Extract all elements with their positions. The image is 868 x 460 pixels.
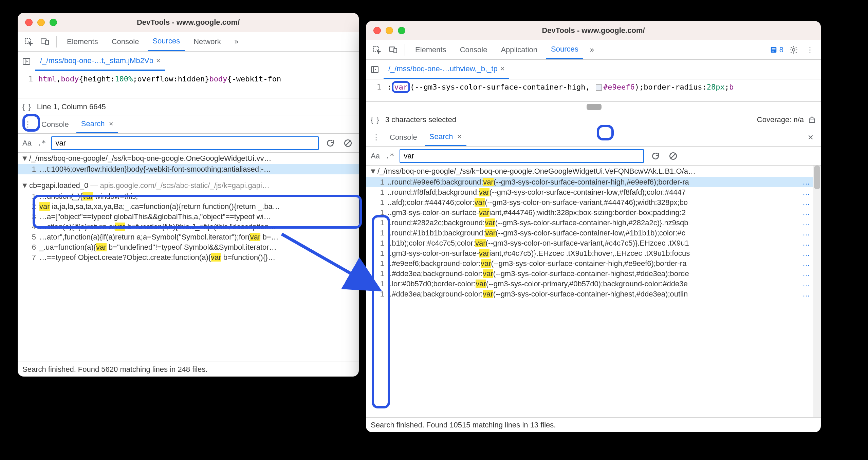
navigator-toggle-icon[interactable] xyxy=(369,63,381,76)
expand-arrow-icon[interactable]: ▼ xyxy=(21,181,27,190)
result-row[interactable]: 1..#dde3ea;background-color:var(--gm3-sy… xyxy=(366,269,813,279)
inspect-icon[interactable] xyxy=(22,36,35,48)
tab-overflow[interactable]: » xyxy=(587,40,597,59)
result-row[interactable]: 1..#e9eef6;background-color:var(--gm3-sy… xyxy=(366,258,813,269)
result-row[interactable]: 1..gm3-sys-color-on-surface-variant,#444… xyxy=(366,208,813,218)
result-row[interactable]: 3…a=["object"==typeof globalThis&&global… xyxy=(18,212,359,222)
code-editor[interactable]: 1 html,body{height:100%;overflow:hidden}… xyxy=(18,71,359,98)
result-row[interactable]: 1..#dde3ea;background-color:var(--gm3-sy… xyxy=(366,289,813,299)
search-input[interactable] xyxy=(51,136,319,150)
coverage-icon[interactable] xyxy=(808,116,816,124)
code-editor[interactable]: 1 :var(--gm3-sys-color-surface-container… xyxy=(366,79,821,102)
drawer-tab-console[interactable]: Console xyxy=(385,128,422,146)
tab-elements[interactable]: Elements xyxy=(62,32,103,51)
search-input[interactable] xyxy=(400,149,644,163)
minimap-thumb[interactable] xyxy=(587,104,602,110)
ellipsis: … xyxy=(802,178,810,187)
search-results[interactable]: ▼ /_/mss/boq-one-google/_/ss/k=boq-one-g… xyxy=(18,153,359,362)
result-row[interactable]: 1..b1b);color:#c4c7c5;color:var(--gm3-sy… xyxy=(366,238,813,248)
result-row[interactable]: 1…unction(_){var window=this; xyxy=(18,191,359,202)
result-row[interactable]: 6_.ua=function(a){var b="undefined"!=typ… xyxy=(18,242,359,252)
scrollbar[interactable] xyxy=(813,166,821,417)
issues-count: 8 xyxy=(779,45,783,54)
tab-sources[interactable]: Sources xyxy=(546,40,583,59)
clear-icon[interactable] xyxy=(667,150,679,162)
device-icon[interactable] xyxy=(39,36,51,48)
file-path: /_/mss/boq-one-google/_/ss/k=boq-one-goo… xyxy=(377,167,696,176)
braces-icon[interactable]: { } xyxy=(22,102,32,111)
tab-sources[interactable]: Sources xyxy=(148,32,185,51)
drawer-menu-icon[interactable]: ⋮ xyxy=(22,118,34,131)
drawer-tab-search[interactable]: Search × xyxy=(76,115,118,133)
result-row[interactable]: 7…==typeof Object.create?Object.create:f… xyxy=(18,252,359,263)
regex-toggle[interactable]: .* xyxy=(37,139,46,147)
result-row[interactable]: 1..gm3-sys-color-on-surface-variant,#c4c… xyxy=(366,248,813,258)
tab-application[interactable]: Application xyxy=(496,40,542,59)
result-row[interactable]: 1..round:#f8fafd;background:var(--gm3-sy… xyxy=(366,187,813,197)
result-row[interactable]: 1..round:#282a2c;background:var(--gm3-sy… xyxy=(366,218,813,228)
close-drawer-icon[interactable]: × xyxy=(805,131,817,143)
close-icon[interactable]: × xyxy=(156,56,161,65)
result-row[interactable]: 1..round:#e9eef6;background:var(--gm3-sy… xyxy=(366,177,813,187)
result-row[interactable]: 4…ction(a){if(a)return a;var b=function(… xyxy=(18,222,359,232)
file-tab[interactable]: /_/mss/boq-one-…t,_stam,jMb2Vb × xyxy=(35,52,165,71)
minimize-window-button[interactable] xyxy=(386,27,393,34)
line-number: 4 xyxy=(27,223,36,231)
ellipsis: … xyxy=(802,218,810,227)
refresh-icon[interactable] xyxy=(324,137,336,149)
result-row[interactable]: 1 …t:100%;overflow:hidden}body{-webkit-f… xyxy=(18,164,359,174)
search-field[interactable] xyxy=(404,152,640,160)
file-tabbar: /_/mss/boq-one-…uthview,_b,_tp × xyxy=(366,60,821,79)
result-row[interactable]: 1..round:#1b1b1b;background:var(--gm3-sy… xyxy=(366,228,813,238)
result-file-header[interactable]: ▼ cb=gapi.loaded_0 — apis.google.com/_/s… xyxy=(18,180,359,191)
more-menu-icon[interactable]: ⋮ xyxy=(804,44,816,56)
match-highlight: var xyxy=(483,290,493,298)
match-case-toggle[interactable]: Aa xyxy=(22,139,32,148)
tab-overflow[interactable]: » xyxy=(230,32,243,51)
regex-toggle[interactable]: .* xyxy=(385,152,394,160)
navigator-toggle-icon[interactable] xyxy=(20,55,33,68)
color-swatch[interactable] xyxy=(596,84,602,91)
close-icon[interactable]: × xyxy=(500,64,505,73)
settings-icon[interactable] xyxy=(788,44,800,56)
issues-badge[interactable]: 8 xyxy=(770,45,783,54)
result-row[interactable]: 2var ia,ja,la,sa,ta,xa,ya,Ba;_.ca=functi… xyxy=(18,202,359,212)
search-results[interactable]: ▼ /_/mss/boq-one-google/_/ss/k=boq-one-g… xyxy=(366,166,821,417)
file-tab[interactable]: /_/mss/boq-one-…uthview,_b,_tp × xyxy=(384,60,509,79)
device-icon[interactable] xyxy=(387,44,399,56)
expand-arrow-icon[interactable]: ▼ xyxy=(21,154,27,163)
result-row[interactable]: 1..afd);color:#444746;color:var(--gm3-sy… xyxy=(366,197,813,208)
result-text: …ction(a){if(a)return a;var b=function(f… xyxy=(39,223,355,231)
tab-network[interactable]: Network xyxy=(189,32,226,51)
braces-icon[interactable]: { } xyxy=(371,115,380,124)
drawer-menu-icon[interactable]: ⋮ xyxy=(370,131,382,143)
search-field[interactable] xyxy=(55,139,315,148)
match-highlight: var xyxy=(475,239,486,247)
zoom-window-button[interactable] xyxy=(50,19,57,26)
close-window-button[interactable] xyxy=(373,27,381,34)
tab-elements[interactable]: Elements xyxy=(410,40,451,59)
inspect-icon[interactable] xyxy=(371,44,383,56)
match-highlight: var xyxy=(483,178,494,186)
match-highlight: var xyxy=(115,223,126,231)
result-row[interactable]: 5…ator",function(a){if(a)return a;a=Symb… xyxy=(18,232,359,242)
close-icon[interactable]: × xyxy=(109,119,113,128)
drawer-tab-search[interactable]: Search × xyxy=(425,128,466,146)
result-row[interactable]: 1..lor:#0b57d0;border-color:var(--gm3-sy… xyxy=(366,279,813,289)
editor-minimap[interactable] xyxy=(366,102,821,111)
zoom-window-button[interactable] xyxy=(398,27,405,34)
scrollbar-thumb[interactable] xyxy=(814,166,820,189)
result-file-header[interactable]: ▼ /_/mss/boq-one-google/_/ss/k=boq-one-g… xyxy=(366,166,813,177)
clear-icon[interactable] xyxy=(342,137,354,149)
close-icon[interactable]: × xyxy=(457,132,462,141)
minimize-window-button[interactable] xyxy=(37,19,45,26)
close-window-button[interactable] xyxy=(25,19,33,26)
match-case-toggle[interactable]: Aa xyxy=(371,152,380,160)
expand-arrow-icon[interactable]: ▼ xyxy=(369,167,375,176)
tab-console[interactable]: Console xyxy=(107,32,144,51)
tab-console[interactable]: Console xyxy=(455,40,492,59)
line-number: 1 xyxy=(27,165,36,174)
drawer-tab-console[interactable]: Console xyxy=(37,115,74,133)
result-file-header[interactable]: ▼ /_/mss/boq-one-google/_/ss/k=boq-one-g… xyxy=(18,153,359,164)
refresh-icon[interactable] xyxy=(649,150,662,162)
